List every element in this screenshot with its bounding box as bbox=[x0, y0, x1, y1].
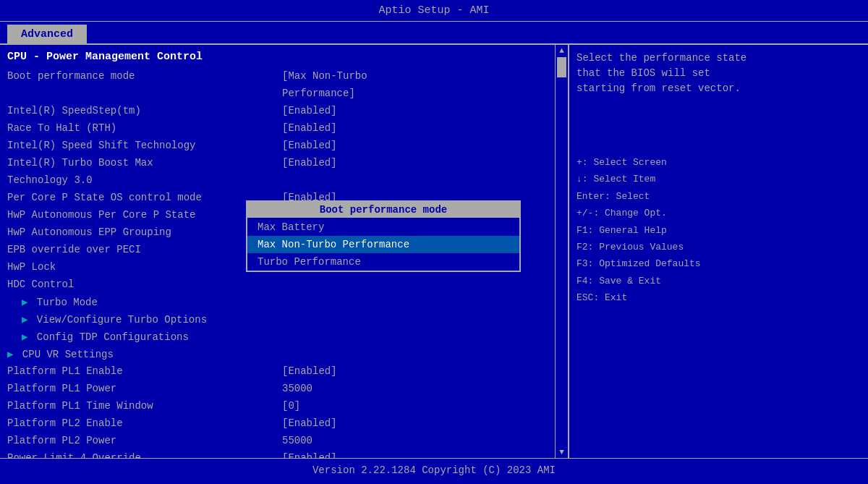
value-boot-perf: [Max Non-Turbo bbox=[282, 70, 367, 82]
label-epb: EPB override over PECI bbox=[7, 244, 282, 255]
label-hwp-per-core: HwP Autonomous Per Core P State bbox=[7, 209, 282, 221]
value-speedshift: [Enabled] bbox=[282, 140, 337, 151]
dropdown-title: Boot performance mode bbox=[247, 202, 519, 218]
label-pl2-enable: Platform PL2 Enable bbox=[7, 417, 282, 429]
dropdown-item-max-non-turbo[interactable]: Max Non-Turbo Performance bbox=[247, 236, 519, 253]
setting-rth[interactable]: Race To Halt (RTH) [Enabled] bbox=[7, 122, 568, 137]
label-pl4: Power Limit 4 Override bbox=[7, 452, 282, 458]
label-boot-perf: Boot performance mode bbox=[7, 70, 282, 82]
key-esc: ESC: Exit bbox=[576, 289, 861, 306]
setting-pl1-power[interactable]: Platform PL1 Power 35000 bbox=[7, 383, 568, 397]
label-pl2-power: Platform PL2 Power bbox=[7, 435, 282, 446]
label-rth: Race To Halt (RTH) bbox=[7, 122, 282, 134]
label-tech30: Technology 3.0 bbox=[7, 174, 282, 186]
key-f1: F1: General Help bbox=[576, 222, 861, 239]
value-pl2-power: 55000 bbox=[282, 435, 312, 446]
label-hdc: HDC Control bbox=[7, 279, 282, 290]
key-change-opt: +/-: Change Opt. bbox=[576, 205, 861, 221]
key-select-screen: +: Select Screen bbox=[576, 154, 861, 171]
value-pl1-time: [0] bbox=[282, 400, 300, 412]
key-f3: F3: Optimized Defaults bbox=[576, 255, 861, 272]
setting-pl4[interactable]: Power Limit 4 Override [Enabled] bbox=[7, 452, 568, 458]
scroll-up-arrow[interactable]: ▲ bbox=[559, 46, 564, 55]
setting-pl1-enable[interactable]: Platform PL1 Enable [Enabled] bbox=[7, 365, 568, 380]
title-text: Aptio Setup - AMI bbox=[378, 4, 489, 17]
value-pl1-power: 35000 bbox=[282, 383, 312, 394]
setting-view-turbo[interactable]: ▶ View/Configure Turbo Options bbox=[7, 313, 568, 328]
dropdown-item-turbo-performance[interactable]: Turbo Performance bbox=[247, 253, 519, 271]
setting-config-tdp[interactable]: ▶ Config TDP Configurations bbox=[7, 331, 568, 345]
setting-pl2-enable[interactable]: Platform PL2 Enable [Enabled] bbox=[7, 417, 568, 432]
right-panel: Select the performance state that the BI… bbox=[568, 45, 868, 458]
setting-tech30: Technology 3.0 bbox=[7, 174, 568, 189]
label-speedshift: Intel(R) Speed Shift Technology bbox=[7, 140, 282, 151]
value-rth: [Enabled] bbox=[282, 122, 337, 134]
setting-boot-perf[interactable]: Boot performance mode [Max Non-Turbo bbox=[7, 70, 568, 85]
label-pl1-time: Platform PL1 Time Window bbox=[7, 400, 282, 412]
key-select-item: ↓: Select Item bbox=[576, 171, 861, 187]
value-boot-perf2: Performance] bbox=[282, 88, 355, 99]
label-turboboost: Intel(R) Turbo Boost Max bbox=[7, 157, 282, 169]
setting-cpu-vr[interactable]: ▶ CPU VR Settings bbox=[7, 348, 568, 362]
tab-advanced[interactable]: Advanced bbox=[7, 25, 87, 43]
label-hwp-epp: HwP Autonomous EPP Grouping bbox=[7, 226, 282, 238]
dropdown-popup: Boot performance mode Max Battery Max No… bbox=[246, 200, 521, 272]
left-scrollbar[interactable]: ▲ ▼ bbox=[555, 45, 568, 458]
title-bar: Aptio Setup - AMI bbox=[0, 0, 868, 22]
setting-pl2-power[interactable]: Platform PL2 Power 55000 bbox=[7, 435, 568, 449]
dropdown-item-max-battery[interactable]: Max Battery bbox=[247, 218, 519, 236]
label-hwplock: HwP Lock bbox=[7, 261, 282, 273]
setting-turbo-mode[interactable]: ▶ Turbo Mode bbox=[7, 296, 568, 310]
left-panel: CPU - Power Management Control Boot perf… bbox=[0, 45, 568, 458]
label-config-tdp: ▶ Config TDP Configurations bbox=[7, 331, 282, 343]
label-turbo-mode: ▶ Turbo Mode bbox=[7, 296, 282, 308]
setting-boot-perf-cont: Performance] bbox=[7, 88, 568, 102]
label-speedstep: Intel(R) SpeedStep(tm) bbox=[7, 105, 282, 116]
value-pl1-enable: [Enabled] bbox=[282, 365, 337, 377]
setting-pl1-time[interactable]: Platform PL1 Time Window [0] bbox=[7, 400, 568, 415]
value-pl4: [Enabled] bbox=[282, 452, 337, 458]
section-title: CPU - Power Management Control bbox=[7, 51, 568, 63]
help-text: Select the performance state that the BI… bbox=[576, 51, 861, 96]
label-view-turbo: ▶ View/Configure Turbo Options bbox=[7, 313, 282, 326]
footer: Version 2.22.1284 Copyright (C) 2023 AMI bbox=[0, 458, 868, 482]
setting-speedshift[interactable]: Intel(R) Speed Shift Technology [Enabled… bbox=[7, 140, 568, 154]
scroll-down-arrow[interactable]: ▼ bbox=[559, 448, 564, 457]
setting-hdc[interactable]: HDC Control bbox=[7, 279, 568, 293]
tab-row: Advanced bbox=[0, 22, 868, 45]
label-cpu-vr: ▶ CPU VR Settings bbox=[7, 348, 282, 360]
scroll-thumb[interactable] bbox=[557, 57, 566, 77]
footer-text: Version 2.22.1284 Copyright (C) 2023 AMI bbox=[312, 464, 556, 476]
value-speedstep: [Enabled] bbox=[282, 105, 337, 116]
key-enter-select: Enter: Select bbox=[576, 188, 861, 205]
value-pl2-enable: [Enabled] bbox=[282, 417, 337, 429]
setting-speedstep[interactable]: Intel(R) SpeedStep(tm) [Enabled] bbox=[7, 105, 568, 119]
label-pl1-enable: Platform PL1 Enable bbox=[7, 365, 282, 377]
label-pl1-power: Platform PL1 Power bbox=[7, 383, 282, 394]
setting-turboboost[interactable]: Intel(R) Turbo Boost Max [Enabled] bbox=[7, 157, 568, 171]
label-pstate-os: Per Core P State OS control mode bbox=[7, 192, 282, 203]
key-f4: F4: Save & Exit bbox=[576, 273, 861, 289]
value-turboboost: [Enabled] bbox=[282, 157, 337, 169]
key-f2: F2: Previous Values bbox=[576, 239, 861, 255]
main-area: CPU - Power Management Control Boot perf… bbox=[0, 45, 868, 458]
key-help-section: +: Select Screen ↓: Select Item Enter: S… bbox=[576, 154, 861, 307]
